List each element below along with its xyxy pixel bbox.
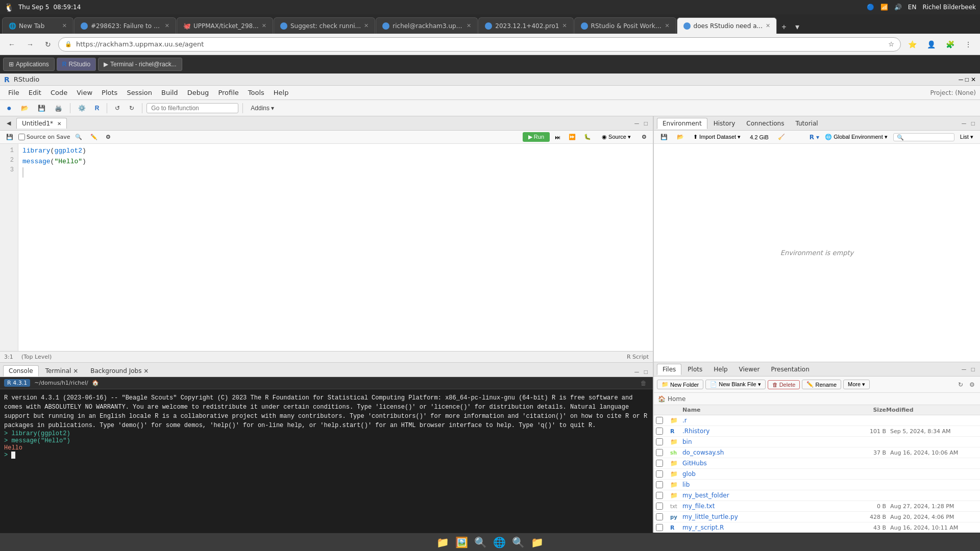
source-options-button[interactable]: ⚙ xyxy=(639,132,650,142)
compile-button[interactable]: ⚙ xyxy=(103,133,114,141)
menu-code[interactable]: Code xyxy=(46,88,71,97)
maximize-button[interactable]: □ xyxy=(965,76,969,83)
code-tools-button[interactable]: ✏️ xyxy=(87,133,101,141)
menu-session[interactable]: Session xyxy=(122,88,156,97)
file-checkbox-githubs[interactable] xyxy=(656,460,663,467)
new-tab-button[interactable]: + xyxy=(777,20,790,34)
file-name-my-file-txt[interactable]: my_file.txt xyxy=(682,503,845,510)
settings-button[interactable]: ⚙️ xyxy=(75,103,89,113)
extensions-button[interactable]: 🧩 xyxy=(942,38,959,51)
import-dataset-button[interactable]: ⬆ Import Dataset ▾ xyxy=(690,133,744,141)
tab-rstudio-version[interactable]: 2023.12.1+402.pro1 ✕ xyxy=(478,17,573,34)
menu-file[interactable]: File xyxy=(4,88,23,97)
run-button[interactable]: ▶ Run xyxy=(523,132,550,142)
editor-nav-back[interactable]: ◀ xyxy=(3,118,14,128)
tab-richel[interactable]: richel@rackham3.upp... ✕ xyxy=(376,17,478,34)
file-checkbox-r-script[interactable] xyxy=(656,524,663,531)
file-name-my-best-folder[interactable]: my_best_folder xyxy=(682,492,845,499)
address-bar[interactable]: 🔒 https://rackham3.uppmax.uu.se/agent ☆ xyxy=(58,37,901,52)
tab-presentation[interactable]: Presentation xyxy=(766,364,814,374)
code-content[interactable]: library(ggplot2) message("Hello") xyxy=(18,144,653,351)
file-checkbox-bin[interactable] xyxy=(656,438,663,445)
console-output[interactable]: R version 4.3.1 (2023-06-16) -- "Beagle … xyxy=(0,389,653,551)
file-checkbox-my-best-folder[interactable] xyxy=(656,492,663,499)
minimize-button[interactable]: ─ xyxy=(959,76,963,83)
code-editor[interactable]: 1 2 3 library(ggplot2) message("Hello") xyxy=(0,144,653,351)
addins-button[interactable]: Addins ▾ xyxy=(247,103,278,113)
rename-button[interactable]: ✏️ Rename xyxy=(802,380,841,389)
debug-run-button[interactable]: 🐛 xyxy=(581,132,594,142)
open-file-button[interactable]: 📂 xyxy=(17,103,32,113)
profile-button[interactable]: 👤 xyxy=(923,38,940,51)
menu-edit[interactable]: Edit xyxy=(24,88,45,97)
forward-button[interactable]: → xyxy=(22,38,38,51)
tab-help[interactable]: Help xyxy=(708,364,732,374)
file-name-glob[interactable]: glob xyxy=(682,470,845,478)
file-name-githubs[interactable]: GitHubs xyxy=(682,460,845,467)
file-name-cowsay[interactable]: do_cowsay.sh xyxy=(682,449,845,456)
source-button[interactable]: ◉ Source ▾ xyxy=(596,132,636,142)
tab-uppmax-gh[interactable]: 🐙 UPPMAX/ticket_298... ✕ xyxy=(177,17,273,34)
tab-list-button[interactable]: ▾ xyxy=(791,20,803,34)
r-button[interactable]: R xyxy=(91,103,103,113)
dock-find-button[interactable]: 🔍 xyxy=(512,536,525,548)
file-name-bin[interactable]: bin xyxy=(682,438,845,445)
tab-close-richel[interactable]: ✕ xyxy=(467,22,471,29)
tab-does-rstudio[interactable]: does RStudio need a... ✕ xyxy=(677,17,777,34)
tab-tutorial[interactable]: Tutorial xyxy=(790,118,823,129)
print-button[interactable]: 🖨️ xyxy=(51,103,66,113)
console-tab[interactable]: Console xyxy=(3,365,39,377)
file-name-r-script[interactable]: my_r_script.R xyxy=(682,524,845,531)
file-checkbox-cowsay[interactable] xyxy=(656,449,663,456)
memory-indicator[interactable]: 4.2 GiB xyxy=(746,133,772,141)
env-search-input[interactable] xyxy=(893,133,954,141)
file-name-turtle-py[interactable]: my_little_turtle.py xyxy=(682,513,845,520)
file-checkbox-glob[interactable] xyxy=(656,470,663,478)
background-jobs-tab[interactable]: Background Jobs × xyxy=(85,365,154,377)
delete-button[interactable]: 🗑 Delete xyxy=(768,380,800,389)
menu-help[interactable]: Help xyxy=(270,88,293,97)
editor-tab-untitled1[interactable]: Untitled1* ✕ xyxy=(16,118,67,129)
menu-build[interactable]: Build xyxy=(157,88,182,97)
file-checkbox-r-hidden[interactable] xyxy=(656,417,663,424)
editor-minimize[interactable]: ─ xyxy=(632,119,641,128)
menu-tools[interactable]: Tools xyxy=(244,88,268,97)
terminal-tab[interactable]: Terminal × xyxy=(40,365,84,377)
console-maximize[interactable]: □ xyxy=(642,367,650,377)
list-view-button[interactable]: List ▾ xyxy=(957,133,977,141)
clear-env-button[interactable]: 🧹 xyxy=(774,133,789,141)
new-file-button[interactable]: ● xyxy=(3,102,15,114)
tab-close-ticket[interactable]: ✕ xyxy=(165,22,169,29)
back-button[interactable]: ← xyxy=(4,38,19,51)
re-run-button[interactable]: ⏭ xyxy=(552,132,564,142)
dock-folder-button[interactable]: 📁 xyxy=(531,536,544,548)
source-on-save-checkbox[interactable] xyxy=(18,134,25,140)
tab-suggest[interactable]: Suggest: check runni... ✕ xyxy=(274,17,375,34)
tab-plots[interactable]: Plots xyxy=(682,364,707,374)
redo-button[interactable]: ↻ xyxy=(126,103,138,113)
dock-image-button[interactable]: 🖼️ xyxy=(455,536,468,548)
language-indicator[interactable]: EN xyxy=(908,4,917,11)
menu-debug[interactable]: Debug xyxy=(183,88,213,97)
user-name[interactable]: Richel Bilderbeek xyxy=(922,4,976,11)
file-checkbox-turtle-py[interactable] xyxy=(656,513,663,520)
menu-plots[interactable]: Plots xyxy=(97,88,121,97)
tab-environment[interactable]: Environment xyxy=(657,118,707,129)
undo-button[interactable]: ↺ xyxy=(111,103,124,113)
home-path[interactable]: Home xyxy=(668,395,685,403)
terminal-taskbar-button[interactable]: ▶ Terminal - richel@rack... xyxy=(98,58,182,71)
file-name-r-hidden[interactable]: .r xyxy=(682,417,845,424)
tab-rstudio-posit[interactable]: RStudio & Posit Workl... ✕ xyxy=(574,17,676,34)
env-maximize[interactable]: □ xyxy=(969,119,977,128)
file-checkbox-my-file-txt[interactable] xyxy=(656,503,663,510)
find-button[interactable]: 🔍 xyxy=(72,133,85,141)
tab-close-does[interactable]: ✕ xyxy=(766,22,770,29)
files-minimize[interactable]: ─ xyxy=(960,365,968,374)
menu-view[interactable]: View xyxy=(72,88,96,97)
global-env-selector[interactable]: 🌐 Global Environment ▾ xyxy=(821,133,891,141)
files-menu-button[interactable]: ⚙ xyxy=(967,380,977,389)
tab-files[interactable]: Files xyxy=(657,364,681,375)
tab-close-suggest[interactable]: ✕ xyxy=(364,22,369,29)
tab-history[interactable]: History xyxy=(708,118,741,129)
run-all-button[interactable]: ⏩ xyxy=(566,132,579,142)
